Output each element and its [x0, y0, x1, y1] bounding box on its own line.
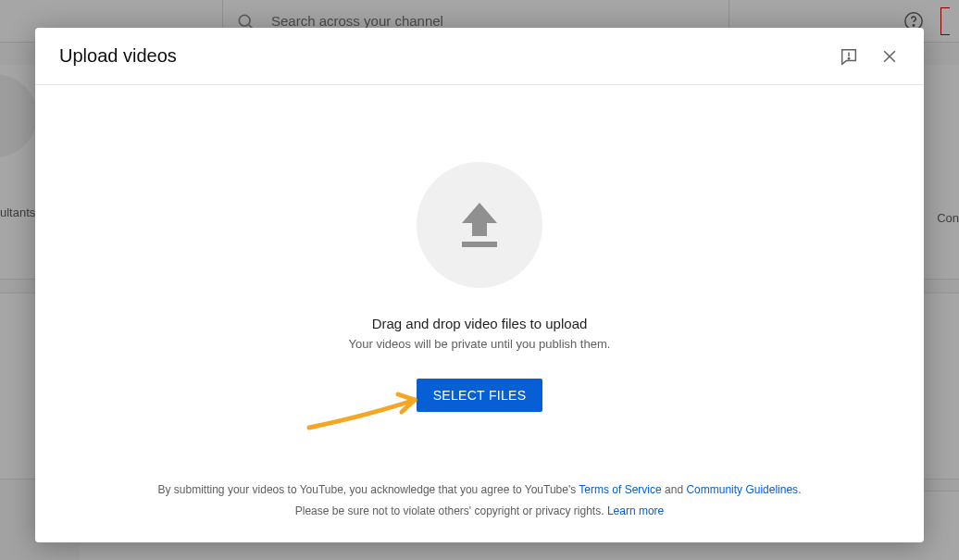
upload-icon	[456, 199, 503, 251]
drag-drop-subtitle: Your videos will be private until you pu…	[349, 337, 611, 351]
close-icon	[880, 47, 899, 66]
dialog-footer: By submitting your videos to YouTube, yo…	[35, 479, 924, 542]
footer-text: and	[662, 483, 687, 496]
svg-point-5	[848, 57, 849, 58]
learn-more-link[interactable]: Learn more	[607, 504, 664, 517]
select-files-button[interactable]: Select Files	[417, 379, 543, 412]
svg-rect-8	[462, 242, 497, 247]
feedback-icon	[839, 46, 859, 67]
upload-dropzone[interactable]	[417, 162, 542, 288]
dialog-title: Upload videos	[59, 45, 177, 67]
drag-drop-title: Drag and drop video files to upload	[372, 316, 588, 331]
dialog-header: Upload videos	[35, 28, 924, 85]
feedback-button[interactable]	[839, 46, 859, 67]
close-button[interactable]	[879, 46, 900, 67]
footer-text: By submitting your videos to YouTube, yo…	[158, 483, 579, 496]
dialog-body: Drag and drop video files to upload Your…	[35, 85, 924, 479]
footer-text: .	[798, 483, 801, 496]
terms-of-service-link[interactable]: Terms of Service	[579, 483, 661, 496]
upload-dialog: Upload videos	[35, 28, 924, 542]
footer-text: Please be sure not to violate others' co…	[295, 504, 607, 517]
modal-overlay: Upload videos	[0, 0, 959, 560]
community-guidelines-link[interactable]: Community Guidelines	[686, 483, 798, 496]
